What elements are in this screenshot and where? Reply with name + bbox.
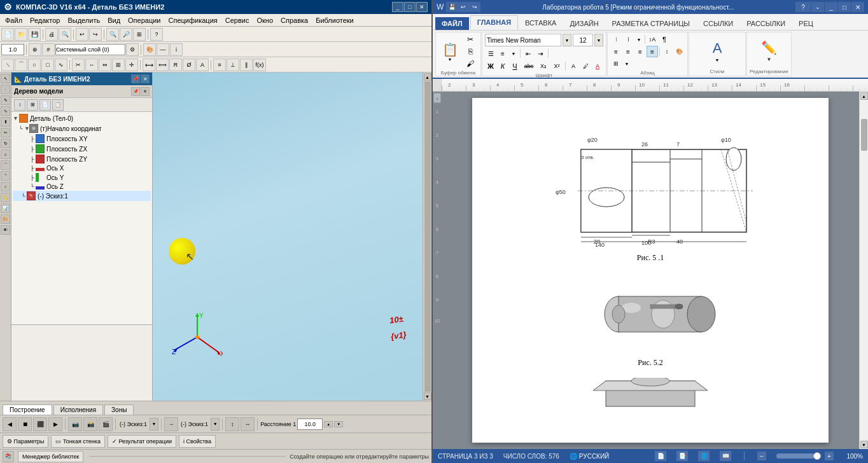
align-list-3[interactable]: ▼ bbox=[634, 34, 643, 45]
show-marks-btn[interactable]: ¶ bbox=[659, 34, 670, 45]
tool-render[interactable]: 🎨 bbox=[1, 214, 10, 224]
tree-close[interactable]: ✕ bbox=[141, 87, 150, 96]
align-right-btn[interactable]: ≡ bbox=[634, 46, 646, 57]
distance-down[interactable]: ▼ bbox=[334, 421, 343, 427]
tool-analysis[interactable]: 📊 bbox=[1, 204, 10, 213]
italic-btn[interactable]: К bbox=[497, 60, 508, 72]
word-layout-normal[interactable]: 📄 bbox=[655, 451, 666, 461]
indent-dec-btn[interactable]: ⇤ bbox=[522, 48, 534, 59]
word-scroll-thumb[interactable] bbox=[861, 119, 867, 151]
font-color-btn[interactable]: A bbox=[592, 60, 603, 72]
strikethrough-btn[interactable]: abc bbox=[521, 60, 536, 72]
word-scrollbar-v[interactable]: ▲ ▼ bbox=[859, 92, 868, 449]
align-list-2[interactable]: ⁞ bbox=[622, 34, 634, 45]
paste-btn[interactable]: 📋▼ bbox=[438, 38, 461, 65]
viewport-scrollbar[interactable]: ▲ ▼ bbox=[423, 73, 431, 401]
copy-btn[interactable]: ⎘ bbox=[463, 46, 478, 57]
tree-btn-3[interactable]: 📄 bbox=[39, 99, 51, 111]
tb-array[interactable]: ⊞ bbox=[112, 59, 125, 71]
scale-input[interactable] bbox=[1, 44, 24, 55]
tree-item-zy[interactable]: ├ Плоскость ZY bbox=[13, 154, 151, 164]
menu-editor[interactable]: Редактор bbox=[26, 15, 64, 25]
word-redo-quick[interactable]: ↪ bbox=[469, 2, 480, 12]
bottom-tb-arrow[interactable]: → bbox=[164, 417, 178, 431]
scroll-down-btn[interactable]: ▼ bbox=[424, 392, 431, 400]
tree-pin[interactable]: 📌 bbox=[131, 87, 140, 96]
tool-extrude[interactable]: ⬆ bbox=[1, 117, 10, 127]
indent-inc-btn[interactable]: ⇥ bbox=[535, 48, 546, 59]
tool-sketch[interactable]: ✎ bbox=[1, 95, 10, 105]
sketch-drop-btn-2[interactable]: ▼ bbox=[211, 418, 220, 431]
detail-panel-pin[interactable]: 📌 bbox=[131, 74, 140, 83]
ribbon-tab-home[interactable]: ГЛАВНАЯ bbox=[470, 15, 518, 30]
tb-rect[interactable]: □ bbox=[41, 59, 54, 71]
menu-window[interactable]: Окно bbox=[253, 15, 277, 25]
btn-params[interactable]: ⚙ Параметры bbox=[3, 435, 48, 448]
tb-text[interactable]: A bbox=[196, 59, 209, 71]
menu-spec[interactable]: Спецификация bbox=[165, 15, 221, 25]
menu-libraries[interactable]: Библиотеки bbox=[312, 15, 358, 25]
tb-dim-v[interactable]: ⟺ bbox=[156, 59, 169, 71]
ribbon-tab-layout[interactable]: РАЗМЕТКА СТРАНИЦЫ bbox=[606, 17, 696, 30]
word-scroll-down[interactable]: ▼ bbox=[860, 441, 868, 448]
btn-thin-wall[interactable]: ▭ Тонкая стенка bbox=[51, 435, 104, 448]
tb-snap[interactable]: ⊕ bbox=[29, 43, 41, 56]
bottom-tb-5[interactable]: 📷 bbox=[68, 417, 82, 431]
bold-btn[interactable]: Ж bbox=[485, 60, 496, 72]
kompas-minimize-btn[interactable]: _ bbox=[392, 2, 403, 12]
detail-panel-close[interactable]: ✕ bbox=[141, 74, 150, 83]
tb-print[interactable]: 🖨 bbox=[45, 28, 58, 41]
word-layout-read[interactable]: 📖 bbox=[720, 451, 731, 461]
word-scroll-up[interactable]: ▲ bbox=[860, 92, 868, 100]
tb-grid[interactable]: # bbox=[42, 43, 55, 56]
tb-dim-h[interactable]: ⟷ bbox=[143, 59, 155, 71]
tb-extend[interactable]: ↔ bbox=[85, 59, 98, 71]
sketch-drop-btn-1[interactable]: ▼ bbox=[150, 418, 158, 431]
tb-properties[interactable]: i bbox=[170, 43, 183, 56]
scroll-thumb-v[interactable] bbox=[424, 81, 431, 392]
tree-item-axis-z[interactable]: └ Ось Z bbox=[13, 183, 151, 191]
tab-exec[interactable]: Исполнения bbox=[53, 404, 103, 415]
font-name-input[interactable] bbox=[485, 34, 561, 46]
btn-result[interactable]: ✓ Результат операции bbox=[108, 435, 176, 448]
manager-libraries-btn[interactable]: Менеджер библиотек bbox=[18, 451, 83, 462]
tb-dim-d[interactable]: Ø bbox=[183, 59, 195, 71]
list-down-btn[interactable]: ▼ bbox=[509, 48, 518, 59]
kompas-status-icon[interactable]: 📚 bbox=[3, 451, 14, 462]
tree-item-coords[interactable]: └ ▼ ⊕ (т)Начало координат bbox=[13, 123, 151, 134]
font-name-dropdown[interactable]: ▼ bbox=[563, 34, 571, 46]
word-restore-btn[interactable]: □ bbox=[838, 2, 851, 12]
word-ribbon-collapse[interactable]: ⌄ bbox=[811, 2, 824, 12]
sort-btn[interactable]: ↕A bbox=[647, 34, 658, 45]
styles-btn[interactable]: A ▼ bbox=[698, 35, 736, 67]
tb-undo[interactable]: ↩ bbox=[76, 28, 88, 41]
ribbon-tab-insert[interactable]: ВСТАВКА bbox=[519, 17, 563, 30]
tree-item-detail[interactable]: ▼ Деталь (Тел-0) bbox=[13, 113, 151, 123]
word-layout-web[interactable]: 🌐 bbox=[698, 451, 710, 461]
word-doc-area[interactable]: 140 100 20 40 R3 φ50 26 7 φ20 bbox=[442, 92, 859, 449]
tab-zones[interactable]: Зоны bbox=[104, 404, 134, 415]
ribbon-tab-refs[interactable]: ССЫЛКИ bbox=[697, 17, 739, 30]
bottom-tb-7[interactable]: 🎬 bbox=[99, 417, 113, 431]
scroll-up-btn[interactable]: ▲ bbox=[424, 73, 431, 81]
underline-btn[interactable]: Ч bbox=[509, 60, 521, 72]
tb-zoom-fit[interactable]: ⊞ bbox=[133, 28, 146, 41]
word-help-btn[interactable]: ? bbox=[795, 2, 811, 12]
shading-btn[interactable]: 🎨 bbox=[673, 46, 685, 57]
tb-layer-settings[interactable]: ⚙ bbox=[126, 43, 139, 56]
tb-constraint[interactable]: ≡ bbox=[213, 59, 226, 71]
tree-btn-1[interactable]: ↕ bbox=[14, 99, 25, 111]
word-layout-print[interactable]: 📑 bbox=[676, 451, 688, 461]
tree-btn-2[interactable]: ⊞ bbox=[27, 99, 38, 111]
viewport-3d[interactable]: 10± {v1} Y X Z bbox=[153, 73, 423, 401]
tool-3d-curve[interactable]: ∿ bbox=[1, 106, 10, 116]
kompas-maximize-btn[interactable]: □ bbox=[404, 2, 416, 12]
bottom-tb-3[interactable]: ⬛ bbox=[33, 417, 47, 431]
tree-item-xy[interactable]: ├ Плоскость XY bbox=[13, 134, 151, 144]
word-close-btn[interactable]: ✕ bbox=[851, 2, 864, 12]
tree-item-axis-y[interactable]: ├ Ось Y bbox=[13, 172, 151, 183]
bottom-tb-4[interactable]: ▶ bbox=[48, 417, 62, 431]
cut-btn[interactable]: ✂ bbox=[463, 34, 478, 45]
tb-save[interactable]: 💾 bbox=[28, 28, 41, 41]
highlight-btn[interactable]: 🖊 bbox=[580, 60, 591, 72]
